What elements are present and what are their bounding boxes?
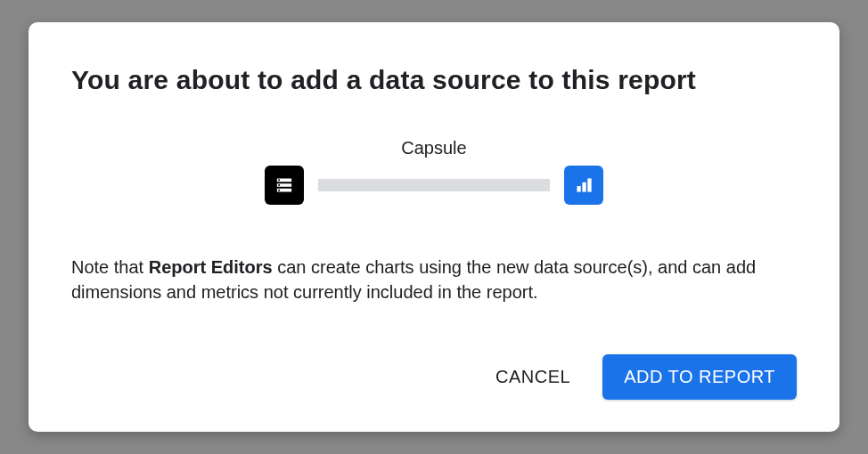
- svg-rect-9: [587, 178, 591, 191]
- connection-visual: Capsule: [71, 138, 797, 205]
- connector-bar: [318, 179, 550, 191]
- note-strong: Report Editors: [149, 257, 273, 277]
- database-icon: [265, 166, 304, 205]
- note-prefix: Note that: [71, 257, 149, 277]
- svg-point-4: [278, 179, 280, 181]
- svg-rect-7: [577, 186, 580, 192]
- dialog-button-row: CANCEL ADD TO REPORT: [71, 354, 797, 400]
- svg-point-6: [278, 190, 280, 191]
- svg-rect-8: [582, 182, 585, 192]
- dialog-note: Note that Report Editors can create char…: [71, 255, 797, 304]
- report-chart-icon: [564, 166, 603, 205]
- cancel-button[interactable]: CANCEL: [488, 356, 577, 398]
- data-source-name: Capsule: [401, 138, 466, 158]
- svg-point-5: [278, 184, 280, 186]
- add-to-report-button[interactable]: ADD TO REPORT: [602, 354, 797, 400]
- connection-icon-row: [265, 166, 603, 205]
- dialog-title: You are about to add a data source to th…: [71, 65, 797, 95]
- add-data-source-dialog: You are about to add a data source to th…: [29, 22, 839, 432]
